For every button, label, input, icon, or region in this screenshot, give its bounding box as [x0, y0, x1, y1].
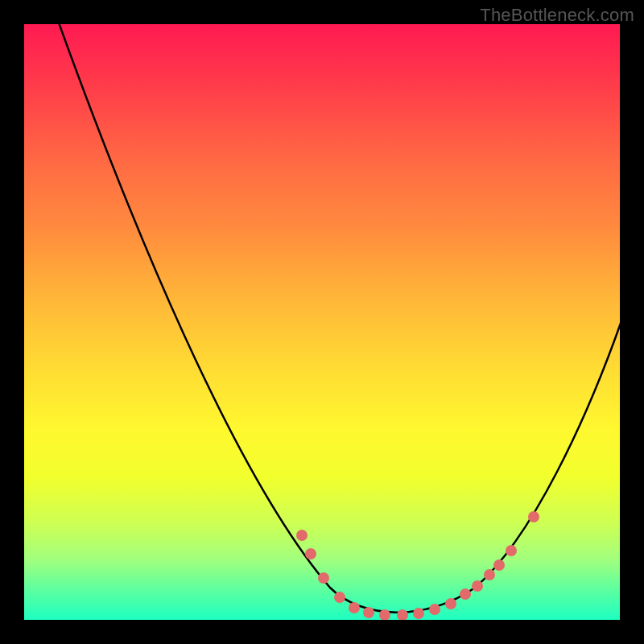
chart-area: [24, 24, 620, 620]
curve-line: [56, 24, 620, 613]
watermark-text: TheBottleneck.com: [480, 5, 634, 26]
data-dot: [484, 569, 495, 580]
data-dot: [363, 607, 374, 618]
data-dot: [413, 608, 424, 619]
data-dot: [397, 609, 408, 620]
data-dot: [349, 602, 360, 613]
data-dot: [334, 592, 345, 603]
data-dot: [296, 530, 308, 541]
data-dot: [460, 588, 471, 600]
data-dot: [318, 572, 329, 584]
data-dot: [305, 548, 316, 559]
data-dot: [493, 559, 505, 571]
data-dot: [429, 604, 440, 615]
data-dot: [445, 598, 456, 609]
data-dot: [528, 511, 539, 522]
data-dots: [296, 511, 539, 620]
bottleneck-curve: [24, 24, 620, 620]
data-dot: [472, 580, 483, 592]
data-dot: [506, 545, 517, 556]
